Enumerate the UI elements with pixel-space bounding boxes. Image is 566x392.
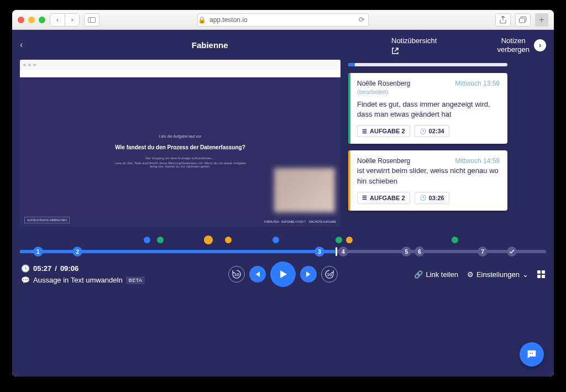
notes-scroll-indicator [348, 63, 507, 66]
fullscreen-button[interactable] [537, 270, 545, 278]
open-external-icon[interactable] [391, 47, 437, 56]
timeline-marker[interactable] [225, 237, 232, 243]
list-icon: ☰ [362, 128, 367, 134]
nav-buttons: ‹ › [50, 13, 80, 27]
address-bar[interactable]: 🔒 app.teston.io ⟳ [197, 13, 369, 27]
clock-icon: 🕑 [420, 128, 426, 134]
timeline-marker[interactable] [272, 237, 279, 243]
recorded-browser-chrome [20, 60, 340, 70]
share-button-group [495, 13, 511, 27]
new-tab-button[interactable]: + [535, 13, 548, 27]
url-text: app.teston.io [209, 16, 248, 24]
next-button[interactable] [300, 266, 317, 283]
tabs-button[interactable] [516, 14, 530, 26]
stop-recording-button: AUFZEICHNUNG ABBRECHEN [24, 217, 70, 223]
play-button[interactable] [270, 262, 296, 287]
svg-rect-3 [520, 18, 525, 23]
clock-icon: 🕑 [420, 195, 426, 201]
timeline-step[interactable] [507, 247, 517, 257]
svg-rect-0 [88, 17, 96, 22]
timeline-step[interactable]: 1 [33, 247, 43, 257]
webcam-thumbnail [274, 168, 335, 212]
video-question: Wie fandest du den Prozess der Datenerfa… [114, 144, 247, 151]
timestamp-tag[interactable]: 🕑 02:34 [415, 125, 449, 137]
note-time: Mittwoch 13:59 [455, 80, 500, 87]
reload-icon[interactable]: ⟳ [359, 15, 368, 24]
fullscreen-icon [537, 270, 545, 278]
timestamp-tag[interactable]: 🕑 03:26 [415, 192, 449, 204]
timeline-step[interactable]: 2 [72, 247, 82, 257]
timeline[interactable]: 1234567 [20, 237, 546, 253]
list-icon: ☰ [362, 195, 367, 201]
browser-window: ‹ › 🔒 app.teston.io ⟳ + [12, 10, 554, 377]
timeline-step[interactable]: 7 [478, 247, 488, 257]
total-time: 09:06 [60, 264, 78, 273]
note-card[interactable]: Noëlle Rosenberg Mittwoch 13:59 (bearbei… [348, 73, 507, 144]
timeline-track[interactable]: 1234567 [20, 250, 546, 253]
video-preview: Lies die Aufgabe laut vor Wie fandest du… [20, 60, 340, 227]
video-task-meta: 5 MINUTEN · AUFGABE 4 VON 7 [264, 220, 306, 223]
link-icon: 🔗 [414, 270, 423, 279]
rewind-10-button[interactable]: 10 [228, 266, 245, 283]
browser-titlebar: ‹ › 🔒 app.teston.io ⟳ + [12, 10, 554, 30]
tabs-button-group [515, 13, 531, 27]
share-link-button[interactable]: 🔗 Link teilen [414, 270, 458, 279]
video-hint1: Der Vorgang um eine Aussage aufzunehmen… [114, 156, 247, 160]
app-content: ‹ Fabienne Notizübersicht Notizen verber… [12, 30, 554, 377]
note-body: ist verwirrt beim slider, weiss nicht ge… [357, 166, 500, 186]
note-body: Findet es gut, dass immer angezeigt wird… [357, 100, 500, 119]
forward-button[interactable]: › [65, 14, 79, 26]
note-author: Noëlle Rosenberg [357, 80, 410, 87]
current-time: 05:27 [33, 264, 51, 273]
transcribe-button[interactable]: 💬 Aussage in Text umwandeln BETA [21, 276, 145, 284]
note-card[interactable]: Noëlle Rosenberg Mittwoch 14:59 ist verw… [348, 150, 507, 210]
timeline-marker[interactable] [452, 237, 458, 243]
timeline-marker[interactable] [204, 236, 213, 244]
prev-button[interactable] [249, 266, 266, 283]
svg-point-5 [532, 353, 533, 354]
timeline-step[interactable]: 6 [415, 247, 424, 257]
chevron-right-icon: › [534, 39, 546, 51]
note-time: Mittwoch 14:59 [455, 157, 500, 165]
timeline-marker[interactable] [157, 237, 164, 243]
clock-icon: 🕒 [21, 264, 30, 273]
hide-notes-line2: verbergen [497, 45, 530, 54]
notes-overview-label: Notizübersicht [391, 36, 437, 45]
share-button[interactable] [496, 14, 510, 26]
player-footer: 🕒 05:27 / 09:06 💬 Aussage in Text umwand… [12, 257, 554, 294]
close-window-button[interactable] [18, 17, 24, 23]
timeline-marker[interactable] [336, 237, 342, 243]
hide-notes-button[interactable]: Notizen verbergen › [497, 36, 546, 54]
task-tag[interactable]: ☰ AUFGABE 2 [357, 125, 410, 137]
hide-notes-line1: Notizen [497, 36, 530, 45]
window-controls [18, 17, 45, 23]
task-tag[interactable]: ☰ AUFGABE 2 [357, 192, 410, 204]
notes-panel: Noëlle Rosenberg Mittwoch 13:59 (bearbei… [348, 63, 507, 211]
speech-icon: 💬 [21, 276, 30, 284]
chevron-down-icon: ⌄ [522, 270, 528, 279]
player-controls: 10 10 [228, 262, 338, 287]
maximize-window-button[interactable] [39, 17, 45, 23]
settings-button[interactable]: ⚙ Einstellungen ⌄ [467, 270, 528, 279]
svg-point-4 [530, 353, 531, 354]
timeline-step[interactable]: 4 [338, 247, 348, 257]
gear-icon: ⚙ [467, 270, 474, 279]
timeline-step[interactable]: 3 [315, 247, 324, 257]
timeline-marker[interactable] [144, 237, 150, 243]
timeline-step[interactable]: 5 [401, 247, 411, 257]
video-pretext: Lies die Aufgabe laut vor [114, 134, 247, 138]
minimize-window-button[interactable] [28, 17, 35, 23]
note-edited-label: (bearbeitet) [357, 88, 500, 95]
note-author: Noëlle Rosenberg [357, 157, 410, 165]
sidebar-toggle-group [84, 13, 99, 27]
video-hint2: Lass dir Zeit. Teile ausführlich deine M… [114, 161, 247, 168]
timeline-marker[interactable] [346, 237, 353, 243]
notes-header: Notizübersicht Notizen verbergen › [391, 36, 546, 56]
chat-fab-button[interactable] [520, 342, 544, 367]
beta-badge: BETA [126, 276, 145, 284]
sidebar-toggle-button[interactable] [85, 14, 99, 26]
playhead[interactable] [336, 247, 337, 256]
forward-10-button[interactable]: 10 [321, 266, 338, 283]
lock-icon: 🔒 [198, 16, 206, 24]
back-button[interactable]: ‹ [50, 14, 65, 26]
